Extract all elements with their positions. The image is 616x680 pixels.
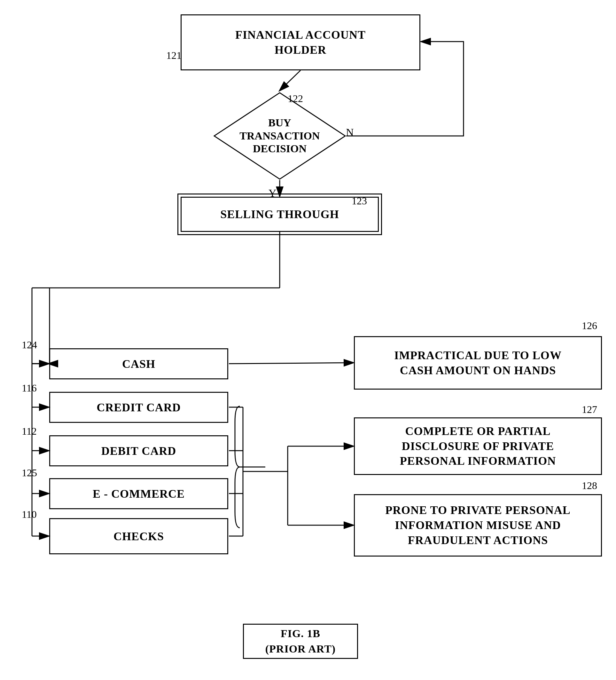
label-125: 125 [22,467,37,479]
label-121: 121 [166,50,182,61]
box-fig: FIG. 1B(PRIOR ART) [243,624,358,659]
label-112: 112 [22,425,37,437]
label-110: 110 [22,509,37,520]
label-financial-account-holder: FINANCIAL ACCOUNT HOLDER [235,28,366,58]
svg-line-4 [280,70,300,90]
brace-svg [233,390,361,550]
label-n: N [346,126,354,139]
label-fig: FIG. 1B(PRIOR ART) [265,626,336,656]
box-disclosure: COMPLETE OR PARTIALDISCLOSURE OF PRIVATE… [354,417,602,475]
svg-line-18 [229,363,353,364]
label-debit-card: DEBIT CARD [101,444,176,458]
box-selling-through: SELLING THROUGH [181,197,379,232]
box-credit-card: CREDIT CARD [49,392,228,423]
label-prone: PRONE TO PRIVATE PERSONALINFORMATION MIS… [385,503,570,547]
label-cash: CASH [122,357,155,371]
label-disclosure: COMPLETE OR PARTIALDISCLOSURE OF PRIVATE… [400,424,556,469]
diagram-container: FINANCIAL ACCOUNT HOLDER BUYTRANSACTIOND… [0,0,616,680]
label-124: 124 [22,339,37,351]
label-123: 123 [352,195,367,207]
box-ecommerce: E - COMMERCE [49,478,228,509]
label-credit-card: CREDIT CARD [96,401,181,414]
label-122: 122 [288,93,303,105]
label-selling-through: SELLING THROUGH [220,207,339,221]
label-checks: CHECKS [114,530,164,543]
diamond-buy-transaction [212,91,347,181]
box-prone: PRONE TO PRIVATE PERSONALINFORMATION MIS… [354,494,602,557]
label-impractical: IMPRACTICAL DUE TO LOWCASH AMOUNT ON HAN… [394,348,562,378]
box-checks: CHECKS [49,518,228,554]
box-impractical: IMPRACTICAL DUE TO LOWCASH AMOUNT ON HAN… [354,336,602,390]
label-126: 126 [582,320,597,332]
label-y: Y [268,187,276,199]
label-116: 116 [22,382,37,394]
label-127: 127 [582,404,597,416]
box-cash: CASH [49,348,228,379]
label-128: 128 [582,480,597,491]
svg-marker-0 [214,93,345,179]
box-debit-card: DEBIT CARD [49,435,228,466]
box-financial-account-holder: FINANCIAL ACCOUNT HOLDER [181,15,420,70]
label-ecommerce: E - COMMERCE [93,487,185,501]
